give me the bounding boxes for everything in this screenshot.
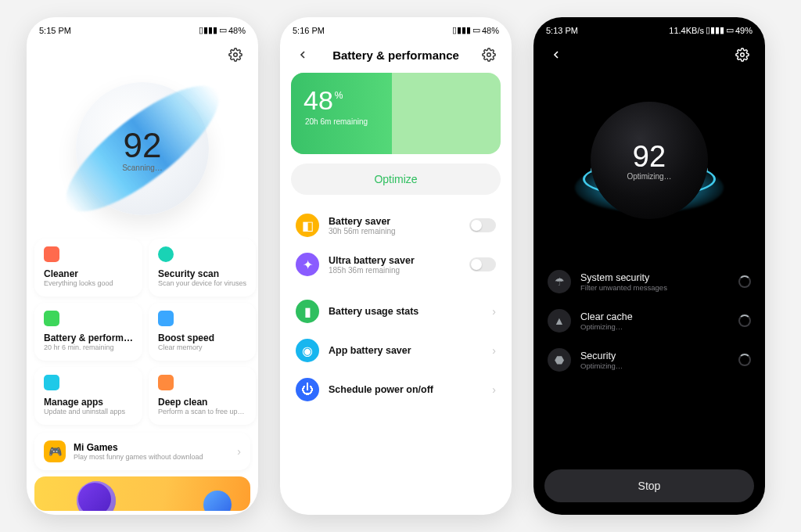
tile-deep-clean[interactable]: Deep clean Perform a scan to free up… — [149, 367, 256, 425]
settings-button[interactable] — [227, 46, 244, 63]
chevron-right-icon: › — [237, 445, 241, 458]
saver-list: ◧ Battery saver 30h 56m remaining ✦ Ultr… — [285, 206, 507, 409]
settings-button[interactable] — [480, 46, 497, 63]
row-clear-cache[interactable]: ▲ Clear cache Optimizing… — [546, 301, 753, 340]
score-status: Scanning… — [122, 164, 163, 172]
status-net: 11.4KB/s — [669, 26, 704, 35]
score-orb: 92 Optimizing… — [591, 102, 708, 219]
score-orb: 92 Scanning… — [76, 82, 209, 215]
toggle-battery-saver[interactable] — [469, 218, 496, 232]
bolt-icon — [158, 311, 174, 326]
tile-manage-apps[interactable]: Manage apps Update and uninstall apps — [34, 367, 142, 425]
umbrella-icon: ☂ — [548, 270, 571, 293]
row-ultra-saver[interactable]: ✦ Ultra battery saver 185h 36m remaining — [285, 245, 507, 284]
tile-title: Manage apps — [44, 397, 133, 408]
row-app-battery-saver[interactable]: ◉ App battery saver › — [285, 331, 507, 370]
svg-point-0 — [234, 53, 238, 57]
status-bar: 5:15 PM ▯▮▮▮ ▭ 48% — [27, 17, 258, 40]
battery-percent: 48% — [291, 73, 501, 116]
status-battery: 48% — [228, 26, 246, 35]
spinner-icon — [738, 354, 751, 366]
optimizing-screen: 5:13 PM 11.4KB/s ▯▮▮▮ ▭ 49% 92 Optimizin… — [533, 17, 765, 515]
battery-card[interactable]: 48% 20h 6m remaining — [291, 73, 501, 154]
promo-title: Mi Games — [74, 442, 229, 453]
status-time: 5:15 PM — [39, 26, 71, 35]
battery-icon: ▭ — [219, 25, 227, 35]
chevron-right-icon: › — [492, 305, 496, 318]
status-right: ▯▮▮▮ ▭ 48% — [199, 25, 246, 35]
row-security[interactable]: ⬣ Security Optimizing… — [546, 340, 753, 379]
row-title: Clear cache — [580, 311, 729, 322]
battery-icon — [44, 311, 59, 326]
security-app-screen: 5:15 PM ▯▮▮▮ ▭ 48% 92 Scanning… Cleaner … — [27, 17, 258, 515]
row-title: Battery saver — [329, 216, 460, 227]
row-title: App battery saver — [329, 345, 483, 356]
status-right: 11.4KB/s ▯▮▮▮ ▭ 49% — [669, 25, 753, 35]
apps-icon — [44, 375, 59, 390]
top-bar — [27, 40, 258, 66]
stats-icon: ▮ — [296, 300, 319, 323]
battery-saver-icon: ◧ — [296, 214, 319, 237]
tile-boost[interactable]: Boost speed Clear memory — [149, 303, 256, 361]
chevron-right-icon: › — [492, 383, 496, 396]
stop-button[interactable]: Stop — [544, 469, 754, 502]
row-battery-saver[interactable]: ◧ Battery saver 30h 56m remaining — [285, 206, 507, 245]
battery-icon: ▭ — [726, 25, 734, 35]
promo-sub: Play most funny games without download — [74, 453, 229, 461]
score-value: 92 — [124, 126, 162, 165]
back-button[interactable] — [548, 46, 565, 63]
rocket-icon: ▲ — [548, 309, 571, 332]
tile-battery[interactable]: Battery & perform… 20 hr 6 min. remainin… — [34, 303, 142, 361]
row-sub: Optimizing… — [580, 322, 729, 331]
top-bar — [533, 40, 765, 66]
toggle-ultra-saver[interactable] — [469, 257, 496, 271]
svg-point-2 — [741, 53, 745, 57]
battery-icon: ▭ — [472, 25, 480, 35]
row-title: Security — [580, 350, 729, 361]
app-saver-icon: ◉ — [296, 339, 319, 362]
tile-title: Cleaner — [44, 268, 133, 279]
page-title: Battery & performance — [311, 49, 480, 62]
tile-security-scan[interactable]: Security scan Scan your device for virus… — [149, 239, 256, 297]
top-bar: Battery & performance — [280, 40, 512, 66]
row-title: Schedule power on/off — [329, 384, 483, 395]
row-sub: Filter unwanted messages — [580, 283, 729, 292]
tile-sub: Update and uninstall apps — [44, 408, 133, 415]
trash-icon — [44, 246, 59, 262]
row-sub: 30h 56m remaining — [329, 227, 460, 235]
tile-sub: Perform a scan to free up… — [158, 408, 246, 415]
shield-icon: ⬣ — [548, 348, 571, 372]
score-status: Optimizing… — [627, 172, 671, 181]
signal-icon: ▯▮▮▮ — [452, 25, 471, 35]
status-time: 5:13 PM — [546, 26, 578, 35]
tile-sub: Clear memory — [158, 343, 246, 351]
status-bar: 5:13 PM 11.4KB/s ▯▮▮▮ ▭ 49% — [533, 17, 765, 40]
optimize-button[interactable]: Optimize — [291, 164, 501, 195]
tile-title: Deep clean — [158, 397, 246, 408]
back-button[interactable] — [294, 46, 311, 63]
row-sub: 185h 36m remaining — [329, 266, 460, 275]
tile-title: Battery & perform… — [44, 332, 133, 343]
settings-button[interactable] — [734, 46, 751, 63]
row-title: Ultra battery saver — [329, 255, 460, 266]
row-schedule-power[interactable]: ⏻ Schedule power on/off › — [285, 370, 507, 409]
promo-banner[interactable] — [34, 476, 250, 511]
row-title: Battery usage stats — [329, 306, 483, 317]
signal-icon: ▯▮▮▮ — [199, 25, 217, 35]
battery-remaining: 20h 6m remaining — [291, 116, 501, 126]
ultra-saver-icon: ✦ — [296, 253, 319, 276]
tile-cleaner[interactable]: Cleaner Everything looks good — [34, 239, 142, 297]
score-hero: 92 Scanning… — [27, 66, 258, 231]
promo-mi-games[interactable]: 🎮 Mi Games Play most funny games without… — [34, 433, 250, 470]
optimize-list: ☂ System security Filter unwanted messag… — [533, 254, 765, 379]
row-system-security[interactable]: ☂ System security Filter unwanted messag… — [546, 262, 753, 301]
status-battery: 48% — [482, 26, 499, 35]
status-right: ▯▮▮▮ ▭ 48% — [452, 25, 499, 35]
row-usage-stats[interactable]: ▮ Battery usage stats › — [285, 292, 507, 331]
chevron-right-icon: › — [492, 344, 496, 357]
tile-title: Boost speed — [158, 332, 246, 343]
broom-icon — [158, 375, 174, 390]
battery-performance-screen: 5:16 PM ▯▮▮▮ ▭ 48% Battery & performance… — [280, 17, 512, 515]
gamepad-icon: 🎮 — [44, 440, 66, 462]
score-hero: 92 Optimizing… — [533, 66, 765, 254]
